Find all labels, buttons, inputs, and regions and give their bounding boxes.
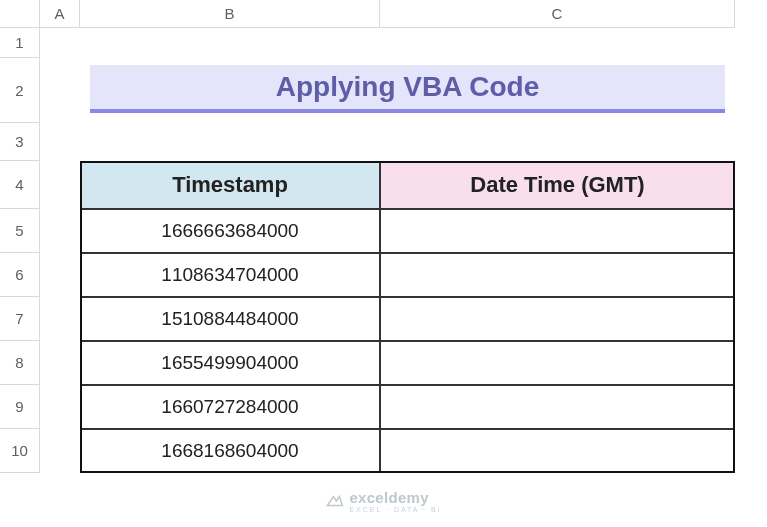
page-title: Applying VBA Code (90, 65, 725, 113)
row-header-4[interactable]: 4 (0, 161, 40, 209)
cell-a1[interactable] (40, 28, 80, 58)
cell-b8[interactable]: 1655499904000 (80, 341, 380, 385)
row-header-3[interactable]: 3 (0, 123, 40, 161)
row-header-2[interactable]: 2 (0, 58, 40, 123)
cell-a6[interactable] (40, 253, 80, 297)
cell-a2[interactable] (40, 58, 80, 123)
col-header-b[interactable]: B (80, 0, 380, 28)
logo-icon (325, 493, 343, 509)
row-header-9[interactable]: 9 (0, 385, 40, 429)
table-header-datetime[interactable]: Date Time (GMT) (380, 161, 735, 209)
cell-c10[interactable] (380, 429, 735, 473)
cell-a9[interactable] (40, 385, 80, 429)
cell-c3[interactable] (380, 123, 735, 161)
cell-b3[interactable] (80, 123, 380, 161)
cell-c5[interactable] (380, 209, 735, 253)
table-header-timestamp[interactable]: Timestamp (80, 161, 380, 209)
cell-b9[interactable]: 1660727284000 (80, 385, 380, 429)
cell-a3[interactable] (40, 123, 80, 161)
cell-b1[interactable] (80, 28, 380, 58)
col-header-a[interactable]: A (40, 0, 80, 28)
watermark-brand: exceldemy (349, 489, 428, 506)
watermark: exceldemy EXCEL · DATA · BI (325, 489, 441, 513)
spreadsheet-grid: A B C 1 2 Applying VBA Code 3 4 Timestam… (0, 0, 767, 473)
cell-c7[interactable] (380, 297, 735, 341)
cell-b10[interactable]: 1668168604000 (80, 429, 380, 473)
watermark-tagline: EXCEL · DATA · BI (349, 506, 441, 513)
cell-b5[interactable]: 1666663684000 (80, 209, 380, 253)
row-header-5[interactable]: 5 (0, 209, 40, 253)
row-header-1[interactable]: 1 (0, 28, 40, 58)
cell-c1[interactable] (380, 28, 735, 58)
row-header-8[interactable]: 8 (0, 341, 40, 385)
row-header-7[interactable]: 7 (0, 297, 40, 341)
cell-a4[interactable] (40, 161, 80, 209)
title-merged-cell[interactable]: Applying VBA Code (80, 58, 735, 123)
cell-a8[interactable] (40, 341, 80, 385)
row-header-6[interactable]: 6 (0, 253, 40, 297)
cell-a7[interactable] (40, 297, 80, 341)
row-header-10[interactable]: 10 (0, 429, 40, 473)
cell-c8[interactable] (380, 341, 735, 385)
corner-cell[interactable] (0, 0, 40, 28)
cell-b6[interactable]: 1108634704000 (80, 253, 380, 297)
cell-c6[interactable] (380, 253, 735, 297)
cell-b7[interactable]: 1510884484000 (80, 297, 380, 341)
cell-c9[interactable] (380, 385, 735, 429)
cell-a10[interactable] (40, 429, 80, 473)
col-header-c[interactable]: C (380, 0, 735, 28)
cell-a5[interactable] (40, 209, 80, 253)
